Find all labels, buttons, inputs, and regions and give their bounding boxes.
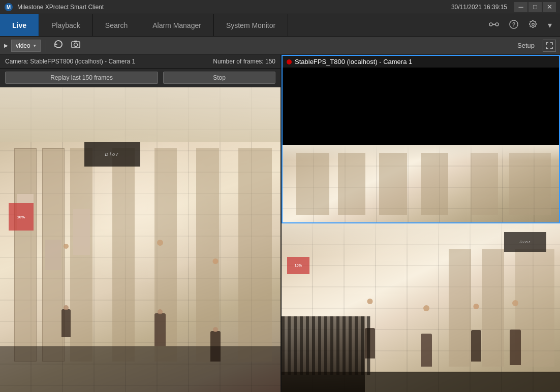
tab-search[interactable]: Search [93, 14, 140, 36]
setup-button[interactable]: Setup [513, 40, 539, 51]
maximize-button[interactable]: □ [528, 2, 542, 12]
help-icon[interactable]: ? [507, 18, 520, 33]
svg-point-2 [489, 23, 492, 26]
play-indicator: ▶ [4, 43, 8, 48]
close-button[interactable]: ✕ [543, 2, 556, 12]
toolbar-right: Setup [513, 40, 556, 52]
connection-icon[interactable] [487, 18, 501, 32]
fullscreen-button[interactable] [543, 40, 556, 52]
titlebar: M Milestone XProtect Smart Client 30/11/… [0, 0, 560, 14]
tabbar: Live Playback Search Alarm Manager Syste… [0, 14, 560, 37]
left-controls: Replay last 150 frames Stop [0, 69, 281, 87]
right-camera-title: StableFPS_T800 (localhost) - Camera 1 [295, 58, 412, 66]
svg-rect-10 [74, 41, 77, 42]
stop-button[interactable]: Stop [163, 72, 275, 84]
right-top-video-feed [283, 68, 559, 222]
right-panel: StableFPS_T800 (localhost) - Camera 1 [282, 55, 560, 392]
source-dropdown[interactable]: video ▾ [11, 40, 41, 52]
camera-name-label: Camera: StableFPST800 (localhost) - Came… [5, 58, 135, 65]
snapshot-icon-btn[interactable] [69, 38, 83, 53]
tab-playback[interactable]: Playback [39, 14, 93, 36]
left-camera-info: Camera: StableFPST800 (localhost) - Came… [0, 55, 281, 69]
tab-action-icons: ? ▾ [481, 14, 560, 36]
left-panel: Camera: StableFPST800 (localhost) - Came… [0, 55, 282, 392]
right-camera-header: StableFPS_T800 (localhost) - Camera 1 [283, 56, 559, 68]
datetime: 30/11/2021 16:39:15 [451, 4, 507, 11]
svg-text:M: M [7, 5, 11, 10]
svg-point-3 [495, 23, 499, 26]
tab-alarm-manager[interactable]: Alarm Manager [140, 14, 214, 36]
tab-live[interactable]: Live [0, 14, 39, 36]
svg-text:?: ? [512, 21, 516, 27]
tab-system-monitor[interactable]: System Monitor [214, 14, 288, 36]
recording-indicator [287, 59, 292, 64]
refresh-icon-btn[interactable] [51, 38, 66, 53]
svg-point-9 [74, 43, 77, 47]
toolbar: ▶ video ▾ Setup [0, 37, 560, 55]
app-title: Milestone XProtect Smart Client [17, 4, 451, 11]
toolbar-separator [46, 40, 46, 52]
chevron-down-icon[interactable]: ▾ [546, 18, 554, 32]
replay-button[interactable]: Replay last 150 frames [5, 72, 158, 84]
app-logo: M [4, 3, 13, 12]
svg-point-5 [493, 23, 495, 25]
left-video-feed: Dior 10% [0, 87, 281, 392]
right-top-camera: StableFPS_T800 (localhost) - Camera 1 [282, 55, 560, 223]
frames-count-label: Number of frames: 150 [213, 58, 275, 65]
right-bottom-camera: Dior 10% [282, 223, 560, 392]
dropdown-arrow-icon: ▾ [34, 43, 36, 48]
main-content: Camera: StableFPST800 (localhost) - Came… [0, 55, 560, 392]
minimize-button[interactable]: ─ [514, 2, 527, 12]
settings-icon[interactable] [526, 18, 540, 33]
